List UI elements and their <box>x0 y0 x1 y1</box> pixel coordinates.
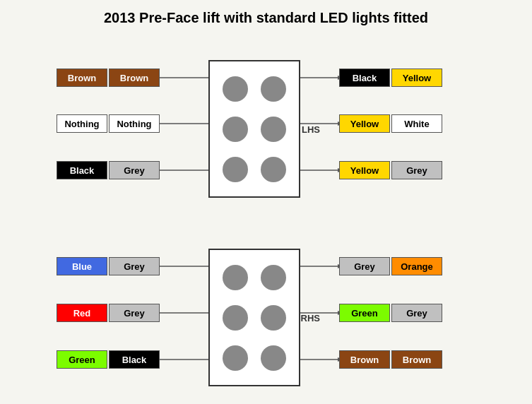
lhs-l3-left1: Black <box>57 161 107 179</box>
rhs-circle-2a <box>223 305 248 331</box>
rhs-l3-left1: Green <box>57 350 107 369</box>
lhs-l1-left1: Brown <box>57 69 107 87</box>
lhs-l1-left2: Brown <box>109 69 160 87</box>
lhs-l2-right2: White <box>391 114 442 133</box>
rhs-l2-right2: Grey <box>391 304 442 322</box>
rhs-l3-right2: Brown <box>391 350 442 369</box>
lhs-circle-1b <box>261 76 286 102</box>
rhs-l1-right1: Grey <box>339 257 390 275</box>
lhs-l2-left1: Nothing <box>57 114 107 133</box>
lhs-row-1 <box>223 76 286 102</box>
rhs-row-1 <box>223 265 286 290</box>
lhs-l2-right1: Yellow <box>339 114 390 133</box>
lhs-row-3 <box>223 157 286 182</box>
lhs-circle-1a <box>223 76 248 102</box>
rhs-l1-left1: Blue <box>57 257 107 275</box>
lhs-l1-right2: Yellow <box>391 69 442 87</box>
lhs-l1-right1: Black <box>339 69 390 87</box>
rhs-circle-2b <box>261 305 286 331</box>
rhs-l1-left2: Grey <box>109 257 160 275</box>
rhs-l3-left2: Black <box>109 350 160 369</box>
rhs-row-2 <box>223 305 286 331</box>
lhs-circle-3b <box>261 157 286 182</box>
rhs-circle-1a <box>223 265 248 290</box>
rhs-l3-right1: Brown <box>339 350 390 369</box>
rhs-l1-right2: Orange <box>391 257 442 275</box>
rhs-circle-3b <box>261 345 286 371</box>
lhs-l3-right1: Yellow <box>339 161 390 179</box>
rhs-circle-1b <box>261 265 286 290</box>
lhs-row-2 <box>223 117 286 142</box>
lhs-l2-left2: Nothing <box>109 114 160 133</box>
lhs-l3-left2: Grey <box>109 161 160 179</box>
rhs-connector-box: RHS <box>208 249 300 386</box>
rhs-label: RHS <box>301 312 320 323</box>
lhs-circle-2a <box>223 117 248 142</box>
lhs-circle-3a <box>223 157 248 182</box>
lhs-l3-right2: Grey <box>391 161 442 179</box>
page-title: 2013 Pre-Face lift with standard LED lig… <box>0 0 532 33</box>
rhs-l2-left2: Grey <box>109 304 160 322</box>
rhs-l2-right1: Green <box>339 304 390 322</box>
lhs-connector-box: LHS <box>208 60 300 198</box>
rhs-l2-left1: Red <box>57 304 107 322</box>
rhs-row-3 <box>223 345 286 371</box>
lhs-circle-2b <box>261 117 286 142</box>
lhs-label: LHS <box>302 124 320 134</box>
rhs-circle-3a <box>223 345 248 371</box>
